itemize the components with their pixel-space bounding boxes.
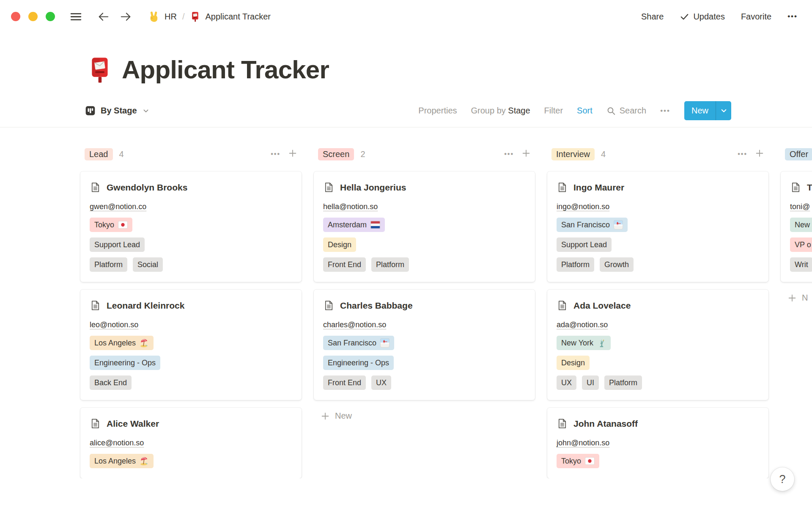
expand-button[interactable] [46, 12, 55, 21]
page-title[interactable]: Applicant Tracker [122, 55, 329, 84]
page-icon [557, 300, 568, 311]
column-title-pill: Interview [551, 148, 595, 160]
card-title-row: Leonard Kleinrock [90, 299, 292, 312]
tag-san-francisco: San Francisco [323, 336, 394, 350]
tag-label: Platform [561, 259, 590, 270]
board-column-screen: Screen2•••Hella Jongeriushella@notion.so… [314, 147, 535, 478]
tag-vp-o: VP o [790, 237, 812, 252]
column-more-button[interactable]: ••• [271, 150, 280, 158]
card-email-link[interactable]: alice@notion.so [90, 437, 144, 448]
card-email-link[interactable]: ingo@notion.so [557, 201, 609, 212]
card-email-link[interactable]: leo@notion.so [90, 319, 138, 330]
column-add-button[interactable] [288, 149, 297, 160]
card-title: Hella Jongerius [340, 181, 406, 194]
tag-row: Front EndUX [323, 375, 526, 390]
applicant-card-gwendolyn-brooks[interactable]: Gwendolyn Brooksgwen@notion.coTokyoSuppo… [80, 171, 302, 282]
page-icon [90, 300, 101, 311]
toolbar-more-button[interactable]: ••• [660, 107, 670, 115]
card-email-link[interactable]: hella@notion.so [323, 201, 378, 212]
applicant-card-john-atanasoff[interactable]: John Atanasoffjohn@notion.soTokyo [547, 408, 768, 478]
topbar-more-button[interactable]: ••• [787, 12, 798, 21]
sidebar-menu-icon[interactable] [69, 10, 82, 23]
tag-row: Tokyo [90, 218, 292, 232]
new-button-chevron[interactable] [716, 101, 731, 120]
updates-button[interactable]: Updates [680, 12, 725, 22]
tag-row: Los Angeles [90, 336, 292, 350]
page-icon [90, 182, 101, 193]
tag-tokyo: Tokyo [90, 218, 132, 232]
card-title-row: John Atanasoff [557, 417, 759, 430]
minimize-button[interactable] [28, 12, 38, 21]
tag-label: Design [328, 239, 351, 250]
toolbar-actions: Properties Group by Stage Filter Sort Se… [418, 101, 731, 120]
tag-ux: UX [557, 375, 576, 390]
board-column-offer: Offer•••Ttoni@NewVP oWritN [781, 147, 812, 478]
board-column-lead: Lead4•••Gwendolyn Brooksgwen@notion.coTo… [80, 147, 302, 478]
column-title-pill: Lead [85, 148, 113, 160]
applicant-card-charles-babbage[interactable]: Charles Babbagecharles@notion.soSan Fran… [314, 290, 535, 400]
group-by-value: Stage [508, 106, 530, 115]
tag-amsterdam: Amsterdam [323, 218, 385, 232]
column-add-button[interactable] [755, 149, 764, 160]
help-button[interactable]: ? [771, 467, 794, 491]
back-arrow-icon[interactable] [97, 10, 110, 23]
tag-los-angeles: Los Angeles [90, 336, 154, 350]
share-button[interactable]: Share [641, 12, 664, 22]
tag-row: Design [323, 237, 526, 252]
column-header: Offer••• [781, 147, 812, 161]
card-email-link[interactable]: ada@notion.so [557, 319, 608, 330]
add-card-button[interactable]: New [314, 411, 535, 421]
search-button[interactable]: Search [606, 106, 646, 116]
card-email-link[interactable]: gwen@notion.co [90, 201, 146, 212]
page-header: Applicant Tracker [86, 55, 812, 84]
forward-arrow-icon[interactable] [119, 10, 132, 23]
new-card-label: N [802, 293, 808, 303]
card-email-link[interactable]: john@notion.so [557, 437, 609, 448]
new-button[interactable]: New [684, 101, 731, 120]
breadcrumb-workspace[interactable]: HR [165, 12, 177, 22]
card-email-link[interactable]: toni@ [790, 201, 810, 212]
applicant-card-alice-walker[interactable]: Alice Walkeralice@notion.soLos Angeles [80, 408, 302, 478]
tag-social: Social [133, 257, 163, 272]
tag-label: Writ [795, 259, 808, 270]
card-title: Ada Lovelace [573, 299, 631, 312]
tag-label: Support Lead [94, 239, 140, 250]
applicant-card-t[interactable]: Ttoni@NewVP oWrit [781, 171, 812, 282]
group-by-button[interactable]: Group by Stage [471, 106, 530, 116]
tag-label: UX [561, 377, 572, 388]
tag-row: VP o [790, 237, 812, 252]
tag-new-york: New York [557, 336, 611, 350]
favorite-button[interactable]: Favorite [741, 12, 771, 22]
column-header: Interview4••• [547, 147, 768, 161]
column-count: 2 [360, 149, 365, 159]
add-card-button[interactable]: N [781, 293, 812, 303]
search-label: Search [620, 106, 646, 116]
applicant-card-ada-lovelace[interactable]: Ada Lovelaceada@notion.soNew YorkDesignU… [547, 290, 768, 400]
tag-row: Writ [790, 257, 812, 272]
tag-label: Front End [328, 377, 361, 388]
column-more-button[interactable]: ••• [504, 150, 514, 158]
check-icon [680, 12, 689, 22]
properties-button[interactable]: Properties [418, 106, 457, 116]
view-switcher[interactable]: By Stage [85, 105, 149, 116]
tag-design: Design [557, 356, 590, 370]
filter-button[interactable]: Filter [544, 106, 563, 116]
tag-label: Back End [94, 377, 127, 388]
sort-button[interactable]: Sort [577, 106, 593, 116]
tag-label: UX [376, 377, 387, 388]
applicant-card-ingo-maurer[interactable]: Ingo Maureringo@notion.soSan FranciscoSu… [547, 171, 768, 282]
close-button[interactable] [11, 12, 20, 21]
column-add-button[interactable] [521, 149, 531, 160]
card-email-link[interactable]: charles@notion.so [323, 319, 386, 330]
column-more-button[interactable]: ••• [738, 150, 747, 158]
breadcrumb-page[interactable]: Applicant Tracker [205, 12, 271, 22]
column-title-pill: Offer [785, 148, 812, 160]
applicant-card-hella-jongerius[interactable]: Hella Jongeriushella@notion.soAmsterdamD… [314, 171, 535, 282]
new-button-label[interactable]: New [684, 101, 716, 120]
tag-label: Social [137, 259, 158, 270]
applicant-card-leonard-kleinrock[interactable]: Leonard Kleinrockleo@notion.soLos Angele… [80, 290, 302, 400]
plus-icon [521, 149, 531, 158]
statue-of-liberty-icon [597, 339, 606, 348]
tag-label: Engineering - Ops [94, 357, 156, 368]
page-postbox-icon[interactable] [86, 56, 113, 83]
